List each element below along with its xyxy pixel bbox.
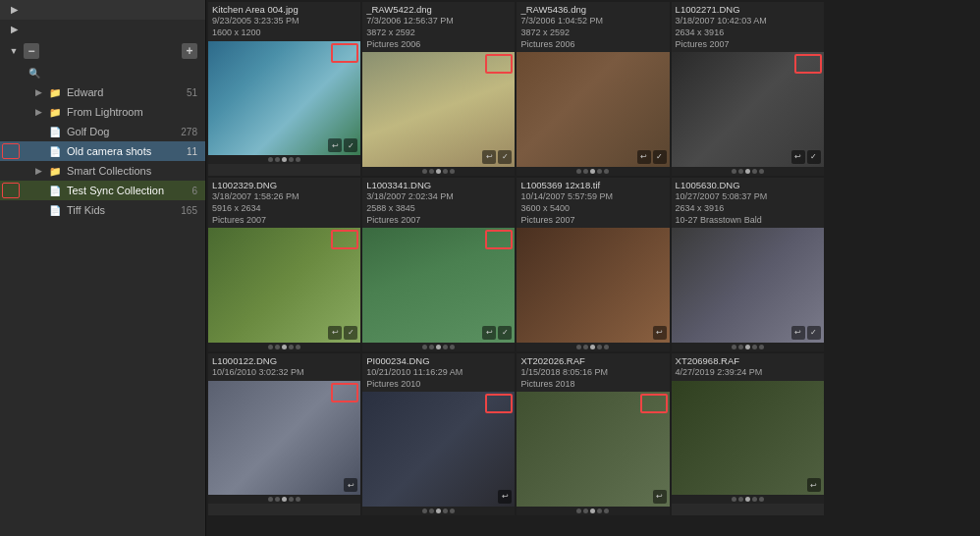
collections-header[interactable]: ▼ − + [0,39,205,63]
photo-action-icon[interactable]: ✓ [807,326,821,340]
photo-date: 3/18/2007 2:02:34 PM [366,191,511,203]
old-camera-red-bracket [2,143,20,159]
photo-action-icon[interactable]: ✓ [344,326,357,340]
photo-thumbnail[interactable]: ↩✓ [517,52,669,166]
sidebar-item-from-lightroom[interactable]: ▶ 📁 From Lightroom [0,102,205,122]
photo-cell[interactable]: L1005630.DNG 10/27/2007 5:08:37 PM 2634 … [672,178,824,351]
photo-dot [752,497,757,502]
photo-action-icon[interactable]: ✓ [653,150,667,164]
catalog-chevron: ▶ [8,4,20,16]
photo-cell-empty [826,178,978,351]
photo-cell[interactable]: XT206968.RAF 4/27/2019 2:39:24 PM ↩ [672,353,824,515]
smart-expand: ▶ [35,166,45,176]
photo-thumbnail[interactable]: ↩✓ [672,228,824,342]
photo-meta: L1002271.DNG 3/18/2007 10:42:03 AM 2634 … [672,2,824,52]
photo-icon-row: ↩✓ [791,150,821,164]
photo-dims: 3872 x 2592 [520,27,665,39]
collections-add-button[interactable]: + [182,43,197,59]
photo-collection: Pictures 2007 [520,215,665,227]
sidebar-item-tiff-kids[interactable]: 📄 Tiff Kids 165 [0,200,205,220]
photo-dot-row [208,155,360,164]
photo-meta: L1005630.DNG 10/27/2007 5:08:37 PM 2634 … [672,178,824,228]
catalog-header[interactable]: ▶ [0,0,205,20]
photo-meta: _RAW5436.dng 7/3/2006 1:04:52 PM 3872 x … [517,2,669,52]
photo-dot [450,169,455,174]
photo-action-icon[interactable]: ✓ [498,150,512,164]
photo-cell[interactable]: XT202026.RAF 1/15/2018 8:05:16 PM Pictur… [517,353,669,515]
photo-meta: Kitchen Area 004.jpg 9/23/2005 3:23:35 P… [208,2,360,41]
sidebar-item-golf-dog[interactable]: 📄 Golf Dog 278 [0,122,205,141]
photo-dot [745,345,750,349]
photo-red-box [485,394,513,413]
photo-action-icon[interactable]: ↩ [482,326,496,340]
photo-dot [443,509,448,513]
collection-icon-golf: 📄 [48,125,62,138]
photo-action-icon[interactable]: ✓ [498,326,512,340]
photo-dot-row [362,507,515,515]
photo-action-icon[interactable]: ↩ [328,326,342,340]
photo-action-icon[interactable]: ↩ [653,326,667,340]
photo-dot [597,169,602,174]
photo-cell[interactable]: PI000234.DNG 10/21/2010 11:16:29 AM Pict… [362,353,515,515]
photo-action-icon[interactable]: ↩ [807,478,821,492]
photo-dot [745,497,750,502]
old-camera-label: Old camera shots [67,145,151,157]
photo-cell-empty [826,353,978,515]
photo-thumbnail[interactable]: ↩✓ [362,52,515,166]
photo-cell[interactable]: L1002329.DNG 3/18/2007 1:58:26 PM 5916 x… [208,178,360,351]
photo-action-icon[interactable]: ↩ [498,490,512,504]
photo-action-icon[interactable]: ✓ [344,138,357,152]
photo-icon-row: ↩✓ [328,138,357,152]
photo-thumbnail[interactable]: ↩ [362,392,515,506]
photo-thumbnail[interactable]: ↩ [517,228,669,342]
filter-collections-item[interactable]: 🔍 [0,63,205,82]
sidebar-item-old-camera-shots[interactable]: 📄 Old camera shots 11 [0,141,205,161]
photo-action-icon[interactable]: ↩ [482,150,496,164]
photo-date: 10/27/2007 5:08:37 PM [676,191,820,203]
photo-thumbnail[interactable]: ↩ [672,381,824,495]
photo-grid: Kitchen Area 004.jpg 9/23/2005 3:23:35 P… [206,0,980,517]
photo-dot-row [517,167,669,176]
folders-header[interactable]: ▶ [0,20,205,39]
photo-cell[interactable]: L1005369 12x18.tif 10/14/2007 5:57:59 PM… [517,178,669,351]
collection-icon: 📁 [48,85,62,99]
photo-dot [583,169,588,174]
photo-thumbnail[interactable]: ↩✓ [362,228,515,342]
photo-cell[interactable]: Kitchen Area 004.jpg 9/23/2005 3:23:35 P… [208,2,360,176]
photo-icon-row: ↩✓ [328,326,357,340]
golf-dog-count: 278 [181,127,197,137]
tiff-kids-label: Tiff Kids [67,204,105,216]
photo-dot [289,157,294,162]
photo-meta: L1005369 12x18.tif 10/14/2007 5:57:59 PM… [517,178,669,228]
photo-dot-row [208,343,360,351]
photo-action-icon[interactable]: ✓ [807,150,821,164]
sidebar-item-smart-collections[interactable]: ▶ 📁 Smart Collections [0,161,205,181]
photo-thumbnail[interactable]: ↩ [517,392,669,506]
photo-cell[interactable]: L1002271.DNG 3/18/2007 10:42:03 AM 2634 … [672,2,824,176]
photo-cell[interactable]: _RAW5422.dng 7/3/2006 12:56:37 PM 3872 x… [362,2,515,176]
photo-dot [732,497,736,502]
photo-date: 7/3/2006 1:04:52 PM [520,16,665,27]
photo-icon-row: ↩✓ [637,150,667,164]
photo-thumbnail[interactable]: ↩✓ [208,228,360,342]
photo-dot [436,169,441,174]
photo-action-icon[interactable]: ↩ [344,478,357,492]
collections-minus-button[interactable]: − [24,43,39,59]
photo-action-icon[interactable]: ↩ [791,150,805,164]
photo-cell[interactable]: L1000122.DNG 10/16/2010 3:02:32 PM ↩ [208,353,360,515]
photo-meta: XT206968.RAF 4/27/2019 2:39:24 PM [672,353,824,381]
photo-dot [282,497,287,502]
photo-thumbnail[interactable]: ↩✓ [208,41,360,155]
sidebar-item-test-sync[interactable]: 📄 Test Sync Collection 6 [0,181,205,200]
photo-cell[interactable]: L1003341.DNG 3/18/2007 2:02:34 PM 2588 x… [362,178,515,351]
photo-action-icon[interactable]: ↩ [791,326,805,340]
photo-thumbnail[interactable]: ↩ [208,381,360,495]
photo-action-icon[interactable]: ↩ [328,138,342,152]
photo-cell[interactable]: _RAW5436.dng 7/3/2006 1:04:52 PM 3872 x … [517,2,669,176]
photo-dot-row [672,343,824,351]
photo-thumbnail[interactable]: ↩✓ [672,52,824,166]
photo-red-box [640,394,668,413]
sidebar-item-edward[interactable]: ▶ 📁 Edward 51 [0,82,205,102]
photo-action-icon[interactable]: ↩ [653,490,667,504]
photo-action-icon[interactable]: ↩ [637,150,651,164]
